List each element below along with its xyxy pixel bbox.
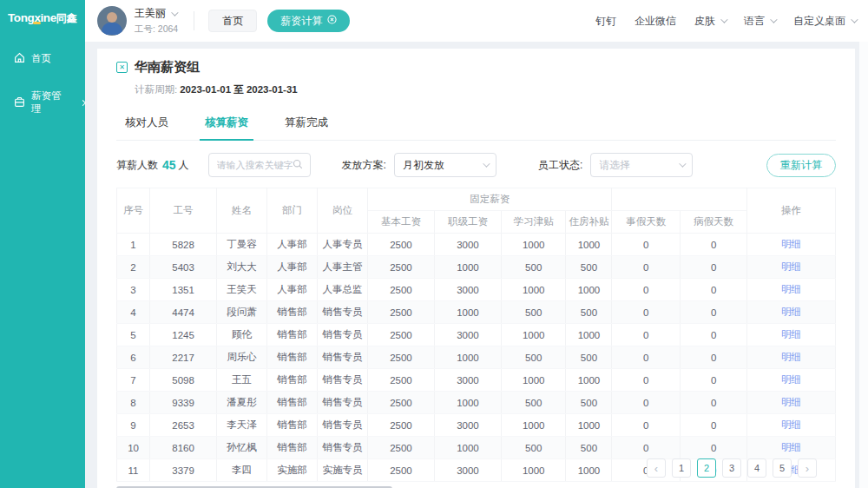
table-cell: 0	[612, 392, 681, 414]
salary-table: 序号 工号 姓名 部门 岗位 固定薪资 操作 基本工资 职级工资 学习津贴 住房…	[116, 188, 836, 482]
menu-item-custom-desktop[interactable]: 自定义桌面	[793, 14, 856, 29]
table-cell: 2	[117, 256, 150, 279]
search-icon[interactable]	[293, 159, 303, 172]
nav-chip-home[interactable]: 首页	[208, 10, 257, 32]
table-cell: 2500	[367, 234, 434, 256]
table-cell: 王五	[217, 369, 267, 392]
detail-link[interactable]: 明细	[781, 374, 801, 385]
table-cell: 1000	[501, 369, 566, 392]
sub-col-header: 住房补贴	[566, 211, 612, 234]
vertical-scrollbar-track[interactable]	[859, 42, 868, 488]
user-name: 王美丽	[135, 6, 166, 21]
detail-link[interactable]: 明细	[781, 239, 801, 249]
menu-item-wecom[interactable]: 企业微信	[635, 14, 676, 29]
table-cell: 人事主管	[317, 256, 367, 279]
table-cell: 2217	[150, 346, 217, 369]
sidebar-item-payroll[interactable]: 薪资管理	[0, 89, 85, 115]
menu-item-skin[interactable]: 皮肤	[694, 14, 726, 29]
table-cell: 销售部	[267, 324, 318, 346]
tab-calc-salary[interactable]: 核算薪资	[203, 107, 250, 140]
sidebar-item-label: 首页	[31, 52, 51, 65]
nav-chip-label: 薪资计算	[280, 14, 322, 29]
tab-calc-done[interactable]: 算薪完成	[283, 107, 330, 140]
plan-select[interactable]: 月初发放	[394, 153, 496, 177]
table-cell: 500	[501, 437, 566, 459]
detail-link[interactable]: 明细	[781, 397, 801, 407]
user-meta: 王美丽 工号: 2064	[135, 6, 178, 36]
detail-link[interactable]: 明细	[781, 329, 801, 340]
table-cell: 1000	[434, 392, 501, 414]
page-title-row: ✕ 华南薪资组	[116, 59, 836, 76]
sub-col-header: 学习津贴	[501, 211, 566, 234]
table-cell: 1000	[566, 459, 612, 482]
user-dropdown[interactable]: 王美丽	[135, 6, 178, 21]
pay-period: 计薪周期:2023-01-01 至 2023-01-31	[135, 83, 836, 96]
page-number-button[interactable]: 5	[773, 458, 792, 478]
page-number-button[interactable]: 3	[722, 458, 741, 478]
tab-check-staff[interactable]: 核对人员	[123, 107, 170, 140]
table-row: 25403刘大大人事部人事主管2500100050050000明细	[117, 256, 836, 279]
brand-logo: Tongxine同鑫	[0, 0, 85, 26]
table-cell: 500	[501, 301, 566, 324]
table-cell: 500	[566, 437, 612, 459]
page-tabs: 核对人员 核算薪资 算薪完成	[116, 107, 836, 141]
close-circle-icon[interactable]	[327, 15, 337, 27]
detail-link[interactable]: 明细	[781, 261, 801, 272]
table-cell: 2500	[367, 414, 434, 437]
table-cell: 0	[681, 414, 747, 437]
attendance-group-header	[612, 188, 747, 211]
sidebar-item-home[interactable]: 首页	[0, 52, 85, 65]
table-cell: 5	[117, 324, 150, 346]
table-cell: 500	[501, 346, 566, 369]
detail-link[interactable]: 明细	[781, 284, 801, 294]
table-cell: 3000	[434, 414, 501, 437]
table-cell: 3000	[434, 324, 501, 346]
page-number-button[interactable]: 4	[747, 458, 766, 478]
search-box	[208, 153, 311, 177]
table-cell: 1000	[566, 324, 612, 346]
page-number-button[interactable]: 2	[697, 458, 716, 478]
search-input[interactable]	[217, 160, 293, 170]
table-cell: 1000	[566, 414, 612, 437]
nav-chip-payroll-calc[interactable]: 薪资计算	[267, 10, 350, 32]
plan-label: 发放方案:	[342, 158, 386, 173]
table-cell: 丁曼容	[217, 234, 267, 256]
table-cell: 5828	[150, 234, 217, 256]
table-cell: 1000	[434, 346, 501, 369]
menu-item-dingtalk[interactable]: 钉钉	[595, 14, 616, 29]
col-header: 工号	[150, 188, 217, 234]
sub-col-header: 职级工资	[434, 211, 501, 234]
wallet-icon	[14, 96, 25, 109]
status-select[interactable]: 请选择	[590, 153, 693, 177]
detail-link[interactable]: 明细	[781, 419, 801, 430]
sub-col-header: 基本工资	[367, 211, 434, 234]
table-cell: 1000	[501, 414, 566, 437]
avatar[interactable]	[97, 6, 127, 36]
table-cell: 潘夏彤	[217, 392, 267, 414]
table-cell: 刘大大	[217, 256, 267, 279]
table-cell: 0	[681, 369, 747, 392]
detail-link[interactable]: 明细	[781, 307, 801, 317]
table-cell: 销售专员	[317, 392, 367, 414]
table-cell: 0	[612, 279, 681, 301]
prev-page-button[interactable]: ‹	[647, 458, 666, 478]
detail-link[interactable]: 明细	[781, 352, 801, 362]
table-cell: 0	[681, 346, 747, 369]
table-cell: 3	[117, 279, 150, 301]
table-cell: 1000	[566, 234, 612, 256]
page-number-button[interactable]: 1	[672, 458, 691, 478]
menu-item-language[interactable]: 语言	[744, 14, 775, 29]
logo-accent-mark	[33, 22, 41, 24]
table-cell: 1000	[501, 234, 566, 256]
table-cell: 实施部	[267, 459, 318, 482]
detail-link[interactable]: 明细	[781, 442, 801, 452]
recalculate-button[interactable]: 重新计算	[766, 154, 836, 177]
table-cell: 李四	[217, 459, 267, 482]
table-cell: 4474	[150, 301, 217, 324]
count-unit: 人	[179, 158, 189, 173]
table-cell: 11	[117, 459, 150, 482]
table-cell: 8	[117, 392, 150, 414]
sub-col-header: 事假天数	[612, 211, 681, 234]
sub-col-header: 病假天数	[681, 211, 747, 234]
next-page-button[interactable]: ›	[798, 458, 817, 478]
